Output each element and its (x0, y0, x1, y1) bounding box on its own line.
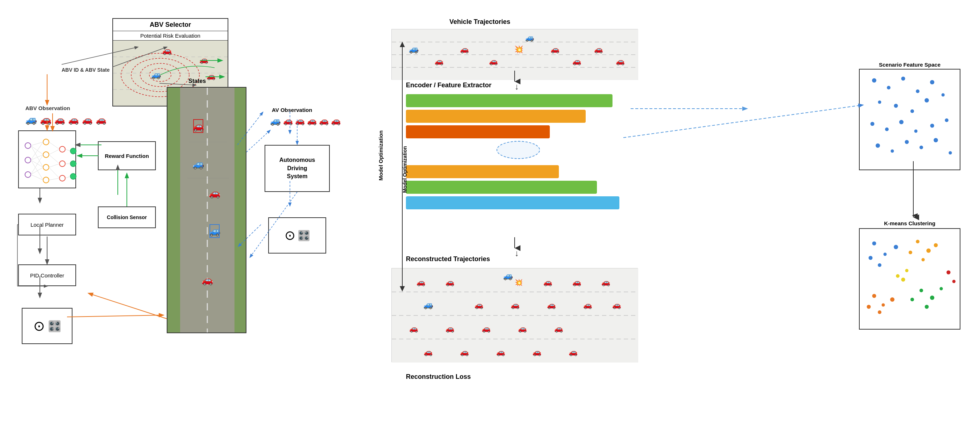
svg-text:🚗: 🚗 (547, 301, 556, 309)
road-scene: 🚗 🚙 🚙 🚗 🚗 (167, 87, 247, 333)
svg-marker-166 (400, 286, 405, 292)
svg-text:💥: 💥 (514, 45, 523, 54)
collision-sensor-box: Collision Sensor (98, 206, 156, 228)
svg-line-35 (31, 160, 43, 180)
av-controls-icon: 🎛️ (298, 230, 310, 242)
svg-line-39 (49, 142, 59, 149)
svg-point-121 (908, 250, 912, 254)
svg-point-127 (920, 288, 923, 292)
car-gray-icon-2: 🚗 (68, 115, 79, 125)
svg-marker-165 (400, 42, 405, 47)
svg-text:🚗: 🚗 (489, 57, 498, 65)
potential-risk-title: Potential Risk Evaluation (113, 31, 228, 41)
abv-id-label: ABV ID & ABV State (62, 67, 110, 73)
kmeans-label: K-means Clustering (859, 220, 961, 227)
svg-text:🚗: 🚗 (569, 348, 578, 357)
av-observation-label: AV Observation (272, 107, 312, 113)
svg-point-93 (878, 101, 881, 104)
scenario-feature-space-box (859, 69, 961, 170)
svg-text:🚗: 🚗 (554, 324, 563, 333)
svg-point-116 (869, 256, 873, 260)
states-label: States (188, 78, 206, 84)
svg-text:🚙: 🚙 (503, 271, 513, 281)
svg-text:🚗: 🚗 (572, 278, 581, 287)
model-optimization-label: Model Optimization (378, 130, 384, 181)
car-orange-icon: 🚗 (40, 114, 51, 125)
svg-point-25 (59, 175, 65, 181)
svg-point-117 (916, 240, 920, 243)
svg-text:🚗: 🚗 (424, 348, 433, 357)
av-car-gray-1: 🚗 (283, 116, 293, 126)
collision-sensor-label: Collision Sensor (107, 214, 147, 220)
svg-text:🚗: 🚗 (601, 278, 610, 287)
svg-point-125 (878, 311, 881, 314)
svg-point-108 (934, 138, 938, 143)
svg-text:🚗: 🚗 (162, 46, 172, 55)
main-diagram: ABV Selector Potential Risk Evaluation (0, 0, 980, 431)
svg-point-134 (896, 274, 900, 278)
svg-point-27 (70, 161, 76, 166)
svg-text:🚗: 🚗 (445, 324, 455, 333)
svg-text:🚗: 🚗 (207, 72, 216, 81)
vehicle-trajectories-scene: 🚙 🚗 🚗 🚗 💥 🚙 🚗 🚗 🚗 🚗 (391, 29, 638, 80)
reward-function-box: Reward Function (98, 141, 156, 170)
left-panel: ABV Selector Potential Risk Evaluation (11, 11, 319, 420)
svg-point-119 (922, 258, 925, 261)
encoder-bar-1 (406, 94, 612, 107)
svg-text:🚗: 🚗 (616, 57, 625, 65)
ads-label: AutonomousDrivingSystem (280, 156, 315, 181)
svg-point-113 (884, 253, 887, 256)
svg-point-132 (901, 278, 905, 282)
svg-point-18 (25, 172, 31, 177)
svg-text:🚗: 🚗 (474, 301, 484, 309)
pid-controller-box: PID Controller (18, 265, 76, 286)
svg-text:🚗: 🚗 (460, 45, 469, 54)
local-planner-label: Local Planner (30, 222, 64, 228)
svg-point-23 (59, 146, 65, 152)
svg-point-96 (924, 98, 929, 103)
svg-line-69 (89, 293, 167, 319)
right-panel: Vehicle Trajectories 🚙 🚗 🚗 🚗 💥 🚙 🚗 🚗 🚗 (377, 11, 968, 420)
svg-point-128 (930, 296, 934, 300)
svg-text:🚙: 🚙 (409, 44, 419, 54)
down-arrow-to-encoder: ↓ (515, 81, 519, 92)
reconstructed-trajectories-label: Reconstructed Trajectories (406, 255, 490, 263)
svg-text:🚗: 🚗 (612, 301, 621, 309)
svg-point-120 (934, 243, 938, 247)
av-car-gray-2: 🚗 (295, 116, 305, 126)
svg-text:💥: 💥 (515, 279, 523, 287)
av-steering-icon: ⊙ (285, 228, 295, 243)
av-car-blue-icon: 🚙 (270, 116, 281, 126)
av-car-gray-5: 🚗 (331, 116, 341, 126)
svg-point-107 (920, 146, 923, 149)
svg-point-133 (905, 269, 908, 273)
steering-wheel-icon: ⊙ (33, 318, 45, 334)
svg-text:🚙: 🚙 (423, 300, 433, 310)
svg-text:🚗: 🚗 (511, 301, 520, 309)
svg-point-136 (953, 280, 956, 283)
car-gray-icon-4: 🚗 (96, 115, 107, 125)
svg-point-28 (70, 173, 76, 179)
arrow-feature-to-kmeans (910, 172, 917, 219)
svg-point-90 (901, 77, 905, 81)
svg-line-45 (65, 149, 70, 151)
svg-line-41 (49, 155, 59, 164)
svg-point-126 (867, 305, 871, 309)
pid-controller-label: PID Controller (30, 273, 64, 279)
svg-point-17 (25, 157, 31, 163)
car-gray-icon-3: 🚗 (82, 115, 93, 125)
controls-icon: 🎛️ (48, 320, 61, 333)
dashed-arrow-to-feature (631, 98, 754, 119)
reconstructed-trajectories-scene: 🚗 🚗 🚙 💥 🚗 🚗 🚗 🚙 🚗 🚗 🚗 🚗 🚗 🚗 🚗 🚗 (391, 268, 638, 362)
car-gray-icon-1: 🚗 (54, 115, 65, 125)
svg-point-129 (940, 287, 943, 290)
svg-text:🚗: 🚗 (417, 278, 425, 287)
svg-point-97 (942, 93, 945, 97)
svg-point-102 (930, 124, 934, 128)
encoder-label: Encoder / Feature Extractor (406, 81, 492, 89)
svg-line-40 (49, 149, 59, 155)
svg-point-112 (872, 242, 877, 246)
svg-point-19 (43, 139, 49, 145)
svg-text:🚗: 🚗 (202, 274, 213, 286)
svg-point-100 (899, 120, 904, 124)
